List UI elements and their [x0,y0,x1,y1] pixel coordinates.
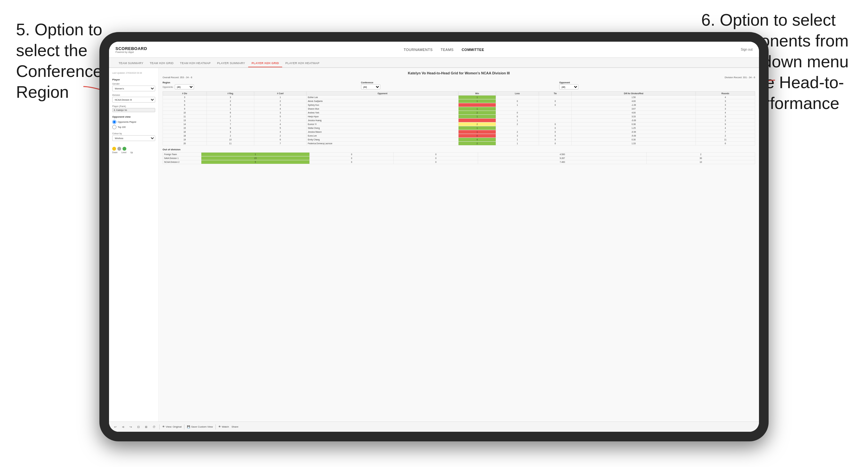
page-title: Katelyn Vo Head-to-Head Grid for Women's… [162,71,755,75]
radio-top-100[interactable]: Top 100 [112,125,155,129]
bottom-toolbar: ↩ ⊲ ↪ ⊡ ⊞ ⏱ 👁 View: Original 💾 Save Cust… [109,422,759,432]
col-conf: # Conf [254,92,307,95]
opponent-select[interactable]: (All) [559,84,579,89]
legend-labels: Down Level Up [112,151,155,154]
table-row: 20 11 7 Federica Domecq Lacroze 2 1 0 1.… [163,142,755,146]
col-win: Win [459,92,496,95]
conference-title: Conference [361,82,557,84]
table-row: 3 3 1 Esther Lee 1 1.50 4 [163,95,755,99]
subnav-team-h2h-heatmap[interactable]: TEAM H2H HEATMAP [177,60,214,67]
subnav-team-h2h-grid[interactable]: TEAM H2H GRID [147,60,177,67]
logo: SCOREBOARD Powered by clippd [116,46,147,53]
records-row: Overall Record: 353 - 34 - 6 Division Re… [162,76,755,79]
colour-by-select[interactable]: Win/loss [112,135,155,141]
division-label: Division [112,94,155,96]
region-title: Region [162,82,359,84]
toolbar-redo[interactable]: ↪ [128,425,133,429]
toolbar-undo[interactable]: ↩ [113,425,118,429]
table-row: 18 2 2 Euna Lee 0 3 0 -5.00 2 [163,134,755,138]
ood-table-row: Foreign Team 1 0 0 4.500 2 [163,153,755,156]
col-diff: Diff Av Strokes/Rnd [571,92,695,95]
table-row: 16 3 4 Jessica Mason 1 2 0 -0.94 7 [163,130,755,134]
toolbar-divider-2 [184,424,184,430]
nav-tournaments[interactable]: TOURNAMENTS [404,48,433,52]
table-body: 3 3 1 Esther Lee 1 1.50 4 5 2 2 Alexis S… [163,95,755,146]
col-div: # Div [163,92,207,95]
tablet-device: SCOREBOARD Powered by clippd TOURNAMENTS… [99,32,769,441]
ood-table-row: NAIA Division 1 15 0 0 9.267 30 [163,156,755,160]
table-row: 9 1 4 Sharon Mun 1 3.67 3 [163,107,755,111]
subnav-player-summary[interactable]: PLAYER SUMMARY [214,60,248,67]
logo-text: SCOREBOARD [116,46,147,51]
division-record: Division Record: 331 - 34 - 6 [725,76,755,79]
ood-table-body: Foreign Team 1 0 0 4.500 2 NAIA Division… [163,153,755,164]
table-row: 5 2 2 Alexis Sudjianto 1 0 0 4.00 3 [163,99,755,103]
filter-region: Region Opponents: (All) [162,82,359,89]
opponents-label: Opponents: [162,86,174,88]
logo-sub: Powered by clippd [116,51,147,53]
division-select[interactable]: NCAA Division III [112,97,155,102]
player-section-title: Player [112,78,155,81]
radio-group: Opponents Played Top 100 [112,120,155,129]
filter-row: Region Opponents: (All) Conference ( [162,82,755,89]
data-area: Katelyn Vo Head-to-Head Grid for Women's… [159,68,759,422]
gender-label: Gender [112,83,155,85]
toolbar-divider-3 [215,424,216,430]
toolbar-save-custom[interactable]: 💾 Save Custom View [187,425,213,428]
col-tie: Tie [539,92,572,95]
colour-by-label: Colour by [112,132,155,135]
legend-up-label: Up [130,151,133,154]
opponent-view: Opponent view Opponents Played Top 100 [112,115,155,129]
colour-by: Colour by Win/loss [112,132,155,144]
player-rank-label: Player (Rank) [112,105,155,107]
radio-opponents-played[interactable]: Opponents Played [112,120,155,124]
toolbar-share[interactable]: Share [231,425,238,428]
legend-dot-up [123,147,126,151]
table-row: 6 3 3 Sydney Kuo 1 0 -1.00 3 [163,103,755,107]
sign-out[interactable]: Sign out [741,48,752,51]
col-opponent: Opponent [307,92,459,95]
opponent-title: Opponent [559,82,755,84]
filter-opponent: Opponent (All) [559,82,755,89]
table-row: 15 8 5 Stella Cheng 1 0 1.25 4 [163,126,755,130]
table-header: # Div # Reg # Conf Opponent Win Loss Tie… [163,92,755,95]
sidebar: Last Updated: 27/03/2024 04:34 Player Ge… [109,68,159,422]
toolbar-paste[interactable]: ⊞ [144,425,149,429]
last-updated: Last Updated: 27/03/2024 04:34 [112,72,155,74]
legend-down-label: Down [112,151,118,154]
nav-links: TOURNAMENTS TEAMS COMMITTEE [404,48,484,52]
main-content: Last Updated: 27/03/2024 04:34 Player Ge… [109,68,759,422]
region-select[interactable]: (All) [175,84,194,89]
toolbar-divider-1 [159,424,160,430]
nav-teams[interactable]: TEAMS [441,48,454,52]
table-row: 13 1 1 Jessica Huang 1 -3.00 2 [163,119,755,122]
table-row: 10 6 3 Andrea York 2 0 4.00 4 [163,111,755,115]
subnav-team-summary[interactable]: TEAM SUMMARY [116,60,147,67]
table-row: 11 2 5 Heejo Hyun 1 0 3.33 3 [163,115,755,119]
legend-dot-level [117,147,121,151]
subnav-player-h2h-grid[interactable]: PLAYER H2H GRID [248,60,282,67]
sub-nav: TEAM SUMMARY TEAM H2H GRID TEAM H2H HEAT… [109,58,759,68]
out-of-division-table: Foreign Team 1 0 0 4.500 2 NAIA Division… [162,152,755,164]
toolbar-clock[interactable]: ⏱ [151,425,157,429]
col-loss: Loss [496,92,539,95]
subnav-player-h2h-heatmap[interactable]: PLAYER H2H HEATMAP [282,60,322,67]
table-row: 19 10 6 Emily Chang 4 1 0 0.30 11 [163,138,755,142]
ood-table-row: NCAA Division 2 5 0 0 7.400 10 [163,160,755,164]
conference-select[interactable]: (All) [361,84,380,89]
col-reg: # Reg [207,92,254,95]
opponent-view-label: Opponent view [112,115,155,118]
tablet-screen: SCOREBOARD Powered by clippd TOURNAMENTS… [109,42,759,432]
top-nav: SCOREBOARD Powered by clippd TOURNAMENTS… [109,42,759,58]
main-table: # Div # Reg # Conf Opponent Win Loss Tie… [162,91,755,146]
legend-row [112,147,155,151]
nav-committee[interactable]: COMMITTEE [462,48,485,52]
legend-dot-down [112,147,116,151]
gender-select[interactable]: Women's [112,86,155,91]
toolbar-copy[interactable]: ⊡ [136,425,141,429]
toolbar-step-back[interactable]: ⊲ [121,425,126,429]
player-rank-value: 8. Katelyn Vo [112,108,155,112]
toolbar-view-original[interactable]: 👁 View: Original [162,425,182,428]
col-rounds: Rounds [696,92,755,95]
toolbar-watch[interactable]: 👁 Watch [218,425,229,428]
